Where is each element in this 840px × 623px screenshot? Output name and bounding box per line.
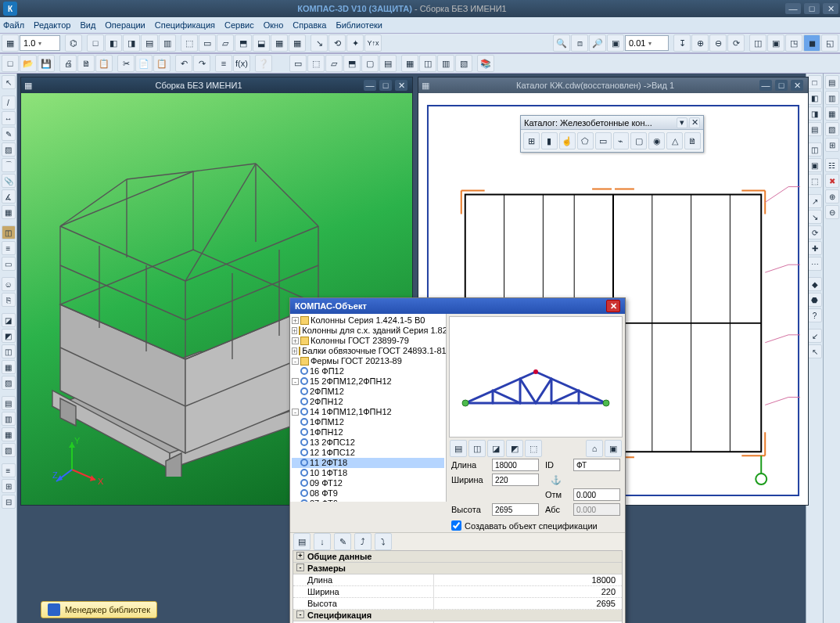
tree-node[interactable]: 13 2ФПС12 <box>292 438 444 448</box>
st-3d2[interactable]: ◩ <box>2 329 16 343</box>
tree-node[interactable]: 2ФПН12 <box>292 397 444 407</box>
nav-2[interactable]: ⊕ <box>691 34 709 52</box>
r1-7[interactable]: ⬚ <box>808 174 822 188</box>
tree-node[interactable]: 16 ФП12 <box>292 366 444 376</box>
dm-5[interactable]: ⤵ <box>375 533 392 550</box>
tool-8[interactable]: ▱ <box>217 34 234 52</box>
maximize-button[interactable]: □ <box>804 3 820 14</box>
open-icon[interactable]: 📂 <box>20 55 37 72</box>
pv-5[interactable]: ⬚ <box>525 440 542 457</box>
st-3d4[interactable]: ▦ <box>2 360 16 374</box>
floatbar-dd-icon[interactable]: ▾ <box>677 117 687 128</box>
r1-1[interactable]: □ <box>808 75 822 89</box>
menu-libraries[interactable]: Библиотеки <box>336 20 382 30</box>
zoom-out-icon[interactable]: 🔎 <box>589 34 606 52</box>
menu-operations[interactable]: Операции <box>105 20 145 30</box>
cube-3[interactable]: ◳ <box>785 34 802 52</box>
r1-6[interactable]: ▣ <box>808 158 822 172</box>
r2-7[interactable]: ✖ <box>825 174 839 188</box>
child1-min[interactable]: — <box>364 80 376 91</box>
tree-node[interactable]: +Балки обвязочные ГОСТ 24893.1-81 <box>292 346 444 356</box>
st-item[interactable]: ▭ <box>2 257 16 271</box>
r1-13[interactable]: ◆ <box>808 277 822 291</box>
tool-9[interactable]: ⬒ <box>235 34 252 52</box>
pv-fit-icon[interactable]: ▣ <box>605 440 622 457</box>
fb-6[interactable]: ⌁ <box>613 132 630 149</box>
child2-min[interactable]: — <box>759 80 772 91</box>
grid-icon[interactable]: ▦ <box>2 34 19 52</box>
sel-1[interactable]: ▭ <box>289 55 307 72</box>
menu-service[interactable]: Сервис <box>224 20 254 30</box>
tree-node[interactable]: 07 ФТ6 <box>292 499 444 502</box>
st-arc[interactable]: ⌒ <box>2 158 16 172</box>
st-p2[interactable]: ⊞ <box>2 479 16 493</box>
dm-3[interactable]: ✎ <box>334 533 351 550</box>
spec-icon[interactable]: 📋 <box>95 55 113 72</box>
create-spec-checkbox[interactable] <box>451 520 461 531</box>
tool-10[interactable]: ⬓ <box>253 34 270 52</box>
zoom-input[interactable]: 0.01▾ <box>625 35 669 51</box>
st-line[interactable]: / <box>2 95 16 110</box>
dialog-close-button[interactable]: ✕ <box>606 300 620 312</box>
sel-4[interactable]: ⬒ <box>343 55 361 72</box>
pv-1[interactable]: ▤ <box>450 440 467 457</box>
cube-2[interactable]: ▣ <box>767 34 784 52</box>
r2-5[interactable]: ⊞ <box>825 138 839 152</box>
preview-icon[interactable]: 🗎 <box>77 55 95 72</box>
tool-7[interactable]: ▭ <box>199 34 216 52</box>
tool-1[interactable]: □ <box>87 34 104 52</box>
print-icon[interactable]: 🖨 <box>59 55 77 72</box>
tool-4[interactable]: ▤ <box>141 34 158 52</box>
tool-11[interactable]: ▦ <box>271 34 288 52</box>
st-face[interactable]: ☺ <box>2 277 16 291</box>
r1-11[interactable]: ✚ <box>808 241 822 255</box>
st-m2[interactable]: ▥ <box>2 412 16 426</box>
menu-help[interactable]: Справка <box>293 20 326 30</box>
tree-icon[interactable]: ⌬ <box>65 34 82 52</box>
sel-2[interactable]: ⬚ <box>307 55 325 72</box>
st-3d5[interactable]: ▨ <box>2 376 16 390</box>
nav-4[interactable]: ⟳ <box>727 34 745 52</box>
tree-node[interactable]: 11 2ФТ18 <box>292 458 444 468</box>
tool-2[interactable]: ◧ <box>105 34 122 52</box>
sel-5[interactable]: ▢ <box>361 55 379 72</box>
tree-node[interactable]: 1ФПН12 <box>292 427 444 438</box>
nav-1[interactable]: ↧ <box>673 34 691 52</box>
tool-5[interactable]: ▥ <box>159 34 176 52</box>
fb-1[interactable]: ⊞ <box>523 132 540 149</box>
fb-3[interactable]: ☝ <box>559 132 576 149</box>
cube-4[interactable]: ◼ <box>803 34 820 52</box>
properties-table[interactable]: +Общие данные-РазмерыДлина18000Ширина220… <box>293 550 623 623</box>
zoom-fit-icon[interactable]: ▣ <box>607 34 624 52</box>
r2-2[interactable]: ▥ <box>825 91 839 105</box>
menu-window[interactable]: Окно <box>264 20 284 30</box>
pv-4[interactable]: ◩ <box>506 440 523 457</box>
st-angle[interactable]: ∡ <box>2 189 16 203</box>
r2-3[interactable]: ▦ <box>825 106 839 121</box>
tree-node[interactable]: 09 ФТ12 <box>292 478 444 488</box>
r2-9[interactable]: ⊖ <box>825 205 839 219</box>
child1-close[interactable]: ✕ <box>395 80 407 91</box>
st-m4[interactable]: ▧ <box>2 443 16 457</box>
st-cursor[interactable]: ↖ <box>2 75 16 89</box>
st-attach[interactable]: 📎 <box>2 174 16 188</box>
fx-icon[interactable]: f(x) <box>233 55 250 72</box>
tool-12[interactable]: ▦ <box>289 34 306 52</box>
otm-input[interactable] <box>573 488 620 501</box>
tree-node[interactable]: -15 2ФПМ12,2ФПН12 <box>292 376 444 387</box>
win-2[interactable]: ◫ <box>419 55 436 72</box>
tree-node[interactable]: 2ФПМ12 <box>292 387 444 397</box>
tree-node[interactable]: 08 ФТ9 <box>292 488 444 499</box>
r2-6[interactable]: ☷ <box>825 158 839 172</box>
st-box[interactable]: ◫ <box>2 225 16 239</box>
tree-node[interactable]: -14 1ФПМ12,1ФПН12 <box>292 407 444 417</box>
st-layer[interactable]: ≡ <box>2 241 16 255</box>
pv-2[interactable]: ◫ <box>468 440 486 457</box>
r1-4[interactable]: ▤ <box>808 122 822 136</box>
menu-edit[interactable]: Редактор <box>34 20 70 30</box>
r1-3[interactable]: ◨ <box>808 106 822 121</box>
width-input[interactable] <box>492 474 539 486</box>
vars-icon[interactable]: ≡ <box>215 55 232 72</box>
st-m1[interactable]: ▤ <box>2 396 16 410</box>
pv-home-icon[interactable]: ⌂ <box>586 440 603 457</box>
